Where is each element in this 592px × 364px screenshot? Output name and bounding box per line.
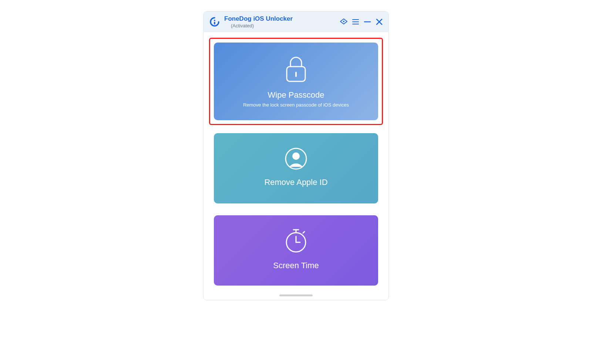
wipe-passcode-card[interactable]: Wipe Passcode Remove the lock screen pas…	[214, 43, 378, 120]
lock-icon	[284, 55, 308, 84]
wipe-passcode-subtitle: Remove the lock screen passcode of iOS d…	[243, 102, 349, 108]
app-window: FoneDog iOS Unlocker (Activated)	[203, 11, 389, 300]
remove-apple-id-title: Remove Apple ID	[264, 178, 327, 187]
svg-point-12	[292, 152, 300, 160]
title-bar: FoneDog iOS Unlocker (Activated)	[204, 11, 388, 32]
app-logo	[209, 16, 221, 28]
svg-rect-0	[214, 20, 215, 21]
app-subtitle: (Activated)	[231, 23, 340, 29]
screen-time-card[interactable]: Screen Time	[214, 215, 378, 286]
highlight-annotation: Wipe Passcode Remove the lock screen pas…	[209, 38, 383, 125]
feedback-icon[interactable]	[340, 18, 348, 26]
stopwatch-icon	[285, 228, 307, 255]
content-area: Wipe Passcode Remove the lock screen pas…	[204, 32, 388, 289]
app-title: FoneDog iOS Unlocker	[224, 15, 340, 23]
minimize-icon[interactable]	[363, 18, 371, 26]
screen-time-title: Screen Time	[273, 261, 319, 270]
title-controls	[340, 18, 383, 26]
remove-apple-id-card[interactable]: Remove Apple ID	[214, 133, 378, 203]
svg-line-15	[303, 232, 305, 233]
bottom-bar	[204, 289, 388, 300]
menu-icon[interactable]	[352, 18, 360, 26]
svg-rect-10	[295, 72, 297, 77]
svg-rect-1	[214, 22, 215, 24]
title-text-block: FoneDog iOS Unlocker (Activated)	[224, 15, 340, 29]
svg-point-2	[343, 21, 344, 22]
wipe-passcode-title: Wipe Passcode	[268, 90, 324, 100]
user-icon	[285, 147, 307, 172]
close-icon[interactable]	[375, 18, 383, 26]
bottom-handle[interactable]	[279, 294, 313, 296]
